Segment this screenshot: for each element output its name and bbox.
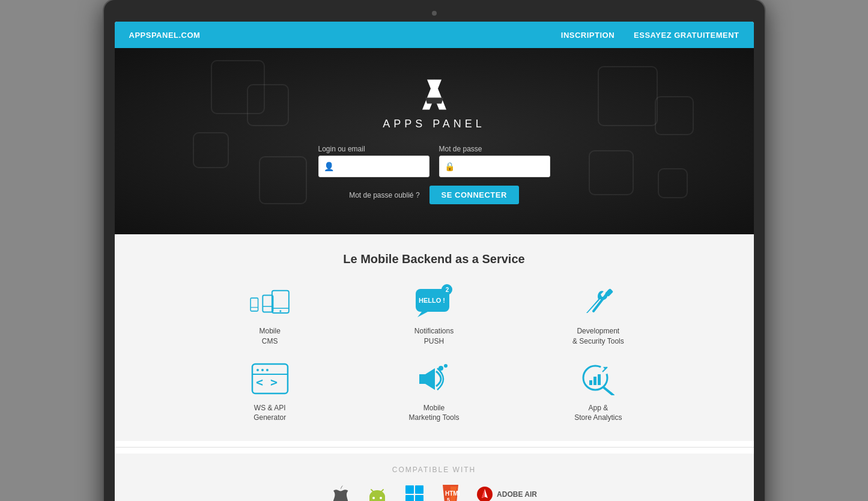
svg-text:5: 5 [447, 497, 450, 501]
analytics-icon-area [577, 361, 619, 397]
svg-point-18 [266, 369, 269, 371]
form-bottom: Mot de passe oublié ? SE CONNECTER [349, 186, 519, 204]
section-divider [115, 447, 754, 448]
notifications-push-label: NotificationsPUSH [414, 326, 454, 347]
feature-marketing: MobileMarketing Tools [370, 361, 498, 424]
svg-point-22 [444, 364, 448, 368]
logo-area: APPS PANEL [383, 72, 485, 130]
login-input[interactable] [338, 162, 424, 171]
svg-point-16 [256, 369, 259, 371]
dev-security-label: Development& Security Tools [572, 326, 624, 347]
svg-point-17 [261, 369, 264, 371]
feature-analytics: App &Store Analytics [534, 361, 662, 424]
svg-rect-39 [405, 495, 414, 501]
apps-panel-text: APPS PANEL [383, 118, 485, 130]
svg-rect-26 [593, 377, 596, 385]
compatible-section: COMPATIBLE WITH [115, 454, 754, 501]
svg-point-36 [380, 497, 382, 499]
marketing-icon [414, 362, 454, 395]
svg-text:< >: < > [256, 375, 278, 389]
lock-icon: 🔒 [445, 162, 455, 171]
analytics-icon [578, 362, 618, 395]
laptop-camera [432, 11, 437, 16]
notifications-push-icon-area: HELLO ! 2 [413, 284, 455, 320]
analytics-label: App &Store Analytics [574, 403, 622, 424]
trial-link[interactable]: ESSAYEZ GRATUITEMENT [634, 31, 739, 40]
feature-dev-security: Development& Security Tools [534, 284, 662, 347]
mobile-cms-icon-area [249, 284, 291, 320]
features-grid: MobileCMS HELLO ! 2 [206, 284, 663, 423]
password-input-wrapper: 🔒 [439, 156, 550, 177]
ws-api-icon: < > [250, 362, 290, 395]
apple-icon [331, 484, 350, 501]
svg-rect-8 [250, 298, 258, 311]
svg-marker-2 [425, 98, 443, 104]
html5-icon: HTML 5 [442, 484, 460, 501]
svg-rect-34 [369, 494, 385, 501]
browser-window: APPSPANEL.COM INSCRIPTION ESSAYEZ GRATUI… [115, 22, 754, 501]
svg-line-24 [604, 387, 613, 395]
html5-platform: HTML 5 [442, 484, 460, 501]
form-fields: Login ou email 👤 Mot de passe 🔒 [318, 145, 550, 177]
svg-line-32 [371, 490, 374, 492]
connect-button[interactable]: SE CONNECTER [429, 186, 519, 204]
marketing-label: MobileMarketing Tools [409, 403, 460, 424]
android-icon [367, 484, 387, 501]
dev-security-icon [580, 286, 616, 319]
svg-rect-25 [589, 380, 592, 385]
login-input-wrapper: 👤 [318, 156, 429, 177]
ws-api-icon-area: < > [249, 361, 291, 397]
login-field-group: Login ou email 👤 [318, 145, 429, 177]
svg-rect-40 [415, 495, 423, 501]
hero-section: APPS PANEL Login ou email 👤 Mo [115, 48, 754, 234]
svg-text:HTML: HTML [445, 490, 460, 497]
apps-panel-logo-icon [410, 72, 458, 114]
feature-ws-api: < > WS & APIGenerator [206, 361, 334, 424]
svg-point-35 [372, 497, 375, 499]
compatible-icons: HTML 5 ADOBE AIR [331, 484, 537, 501]
adobe-air-icon [476, 486, 493, 501]
nav-links: INSCRIPTION ESSAYEZ GRATUITEMENT [561, 31, 739, 40]
ws-api-label: WS & APIGenerator [253, 403, 286, 424]
feature-notifications-push: HELLO ! 2 NotificationsPUSH [370, 284, 498, 347]
features-title: Le Mobile Backend as a Service [343, 252, 524, 266]
svg-point-5 [279, 310, 281, 312]
svg-rect-6 [263, 295, 273, 312]
adobe-air-platform: ADOBE AIR [476, 486, 537, 501]
compatible-title: COMPATIBLE WITH [392, 466, 476, 474]
svg-marker-11 [417, 312, 428, 317]
forgot-password-link[interactable]: Mot de passe oublié ? [349, 191, 419, 199]
svg-point-21 [439, 366, 443, 371]
marketing-icon-area [413, 361, 455, 397]
adobe-air-logo: ADOBE AIR [476, 486, 537, 501]
password-field-group: Mot de passe 🔒 [439, 145, 550, 177]
apple-platform [331, 484, 350, 501]
top-nav: APPSPANEL.COM INSCRIPTION ESSAYEZ GRATUI… [115, 22, 754, 48]
feature-mobile-cms: MobileCMS [206, 284, 334, 347]
mobile-cms-label: MobileCMS [259, 326, 280, 347]
login-form: Login ou email 👤 Mot de passe 🔒 [318, 145, 550, 204]
svg-rect-38 [415, 485, 423, 494]
windows-icon [404, 484, 425, 501]
login-label: Login ou email [318, 145, 429, 153]
site-logo: APPSPANEL.COM [129, 31, 201, 40]
svg-rect-27 [598, 374, 601, 385]
svg-line-33 [381, 490, 383, 492]
dev-security-icon-area [577, 284, 619, 320]
android-platform [367, 484, 387, 501]
svg-rect-37 [405, 485, 414, 494]
svg-text:HELLO !: HELLO ! [419, 297, 445, 304]
password-label: Mot de passe [439, 145, 550, 153]
mobile-cms-icon [249, 286, 291, 319]
inscription-link[interactable]: INSCRIPTION [561, 31, 615, 40]
adobe-air-text: ADOBE AIR [497, 490, 537, 499]
password-input[interactable] [458, 162, 545, 171]
windows-platform [404, 484, 425, 501]
user-icon: 👤 [324, 162, 334, 171]
features-section: Le Mobile Backend as a Service [115, 234, 754, 441]
svg-rect-3 [272, 290, 289, 312]
